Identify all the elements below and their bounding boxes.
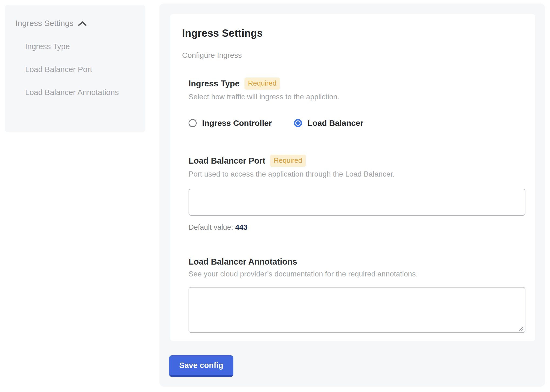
lb-annotations-description: See your cloud provider’s documentation … bbox=[189, 270, 523, 278]
sidebar-item-ingress-type[interactable]: Ingress Type bbox=[25, 38, 138, 55]
sidebar-section-ingress-settings[interactable]: Ingress Settings bbox=[15, 18, 138, 29]
default-value: 443 bbox=[235, 223, 247, 231]
section-load-balancer-port: Load Balancer Port Required Port used to… bbox=[189, 155, 523, 232]
lb-port-description: Port used to access the application thro… bbox=[189, 170, 523, 178]
page-subtitle: Configure Ingress bbox=[182, 51, 523, 60]
main-panel: Ingress Settings Configure Ingress Ingre… bbox=[159, 4, 545, 387]
lb-annotations-textarea[interactable] bbox=[189, 287, 525, 333]
radio-circle-icon[interactable] bbox=[189, 119, 197, 127]
required-badge: Required bbox=[270, 155, 306, 167]
radio-load-balancer-label: Load Balancer bbox=[307, 119, 363, 128]
ingress-type-description: Select how traffic will ingress to the a… bbox=[189, 93, 523, 101]
radio-circle-icon[interactable] bbox=[294, 119, 302, 127]
sidebar-section-label: Ingress Settings bbox=[15, 18, 73, 29]
page-title: Ingress Settings bbox=[182, 28, 523, 39]
radio-load-balancer[interactable]: Load Balancer bbox=[294, 119, 363, 128]
form-sections: Ingress Type Required Select how traffic… bbox=[189, 77, 523, 333]
required-badge: Required bbox=[244, 77, 280, 90]
radio-ingress-controller-label: Ingress Controller bbox=[202, 119, 272, 128]
section-ingress-type: Ingress Type Required Select how traffic… bbox=[189, 77, 523, 128]
sidebar-item-list: Ingress Type Load Balancer Port Load Bal… bbox=[25, 38, 138, 100]
lb-port-label-row: Load Balancer Port Required bbox=[189, 155, 523, 167]
lb-port-input[interactable] bbox=[189, 189, 525, 216]
lb-annotations-textarea-wrap bbox=[189, 287, 525, 333]
ingress-type-radio-group: Ingress Controller Load Balancer bbox=[189, 119, 523, 128]
save-config-button[interactable]: Save config bbox=[169, 355, 233, 377]
chevron-up-icon bbox=[78, 20, 87, 27]
lb-port-default-line: Default value: 443 bbox=[189, 223, 523, 232]
lb-annotations-label: Load Balancer Annotations bbox=[189, 257, 297, 267]
resize-handle-icon[interactable] bbox=[519, 326, 524, 332]
sidebar-item-load-balancer-annotations[interactable]: Load Balancer Annotations bbox=[25, 84, 138, 100]
settings-sidebar: Ingress Settings Ingress Type Load Balan… bbox=[5, 5, 145, 132]
sidebar-item-load-balancer-port[interactable]: Load Balancer Port bbox=[25, 61, 138, 77]
lb-port-label: Load Balancer Port bbox=[189, 156, 265, 166]
ingress-type-label-row: Ingress Type Required bbox=[189, 77, 523, 90]
default-value-label: Default value: bbox=[189, 223, 233, 231]
ingress-type-label: Ingress Type bbox=[189, 79, 240, 89]
ingress-settings-card: Ingress Settings Configure Ingress Ingre… bbox=[170, 14, 535, 341]
lb-annotations-label-row: Load Balancer Annotations bbox=[189, 257, 523, 267]
radio-ingress-controller[interactable]: Ingress Controller bbox=[189, 119, 272, 128]
section-load-balancer-annotations: Load Balancer Annotations See your cloud… bbox=[189, 257, 523, 333]
